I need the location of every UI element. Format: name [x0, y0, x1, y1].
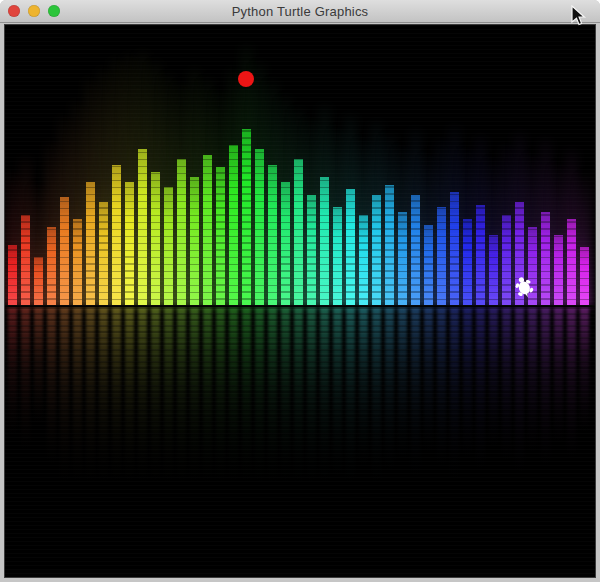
spectrum-bar	[138, 149, 147, 307]
red-dot	[238, 71, 254, 87]
bar-reflection	[294, 307, 303, 492]
bar-reflection	[242, 307, 251, 492]
bar-reflection	[60, 307, 69, 492]
bar-reflection	[216, 307, 225, 492]
bar-reflection	[73, 307, 82, 492]
spectrum-bar	[294, 159, 303, 307]
bar-reflection	[489, 307, 498, 455]
baseline-divider	[5, 305, 595, 307]
spectrum-bar	[489, 235, 498, 307]
bar-reflection	[86, 307, 95, 492]
traffic-lights	[8, 0, 60, 22]
spectrum-bar	[541, 212, 550, 307]
spectrum-bar	[177, 159, 186, 307]
spectrum-bar	[34, 257, 43, 307]
spectrum-bar	[164, 187, 173, 307]
python-turtle-graphics-window: Python Turtle Graphics	[0, 0, 600, 582]
bar-reflection	[528, 307, 537, 459]
bar-reflection	[372, 307, 381, 492]
bar-reflection	[307, 307, 316, 492]
spectrum-bar	[567, 219, 576, 307]
bar-reflection	[346, 307, 355, 492]
spectrum-bar	[151, 172, 160, 307]
bar-reflection	[515, 307, 524, 482]
minimize-button[interactable]	[28, 5, 40, 17]
titlebar: Python Turtle Graphics	[0, 0, 600, 23]
bar-reflection	[567, 307, 576, 465]
spectrum-bar	[307, 195, 316, 307]
spectrum-bar	[47, 227, 56, 307]
bar-reflection	[229, 307, 238, 492]
bar-reflection	[333, 307, 342, 485]
bar-reflection	[164, 307, 173, 492]
canvas-frame	[0, 23, 600, 582]
bar-reflection	[359, 307, 368, 475]
bar-reflection	[580, 307, 589, 439]
spectrum-bar	[73, 219, 82, 307]
bar-reflection	[34, 307, 43, 429]
bar-reflection	[554, 307, 563, 449]
spectrum-bar	[398, 212, 407, 307]
bar-reflection	[476, 307, 485, 479]
spectrum-bar	[216, 167, 225, 307]
bar-reflection	[424, 307, 433, 459]
spectrum-bar	[385, 185, 394, 307]
bar-reflection	[398, 307, 407, 467]
window-title: Python Turtle Graphics	[0, 4, 600, 19]
spectrum-bar	[242, 129, 251, 307]
spectrum-bar	[372, 195, 381, 307]
spectrum-bar	[411, 195, 420, 307]
bar-reflection	[385, 307, 394, 479]
spectrum-bar	[476, 205, 485, 307]
spectrum-bar	[450, 192, 459, 307]
spectrum-bar	[21, 215, 30, 307]
bar-reflection	[411, 307, 420, 485]
spectrum-bar	[281, 182, 290, 307]
spectrum-bar	[229, 145, 238, 307]
bar-reflection	[21, 307, 30, 457]
bar-reflection	[281, 307, 290, 492]
bar-reflection	[541, 307, 550, 475]
spectrum-bar	[86, 182, 95, 307]
spectrum-bar	[320, 177, 329, 307]
spectrum-bar	[190, 177, 199, 307]
spectrum-bar	[502, 215, 511, 307]
spectrum-bar	[554, 235, 563, 307]
bar-reflection	[190, 307, 199, 492]
turtle-cursor	[511, 274, 537, 300]
spectrum-bar	[125, 182, 134, 307]
bar-reflection	[8, 307, 17, 442]
turtle-canvas[interactable]	[4, 24, 596, 578]
bar-reflection	[463, 307, 472, 465]
spectrum-bar	[359, 215, 368, 307]
spectrum-bar	[424, 225, 433, 307]
spectrum-bar	[112, 165, 121, 307]
bar-reflection	[151, 307, 160, 492]
bar-reflection	[320, 307, 329, 492]
spectrum-bar	[437, 207, 446, 307]
spectrum-bar	[60, 197, 69, 307]
bar-reflection	[203, 307, 212, 492]
bar-reflection	[255, 307, 264, 492]
zoom-button[interactable]	[48, 5, 60, 17]
bar-reflection	[47, 307, 56, 472]
spectrum-bar	[268, 165, 277, 307]
bar-reflection	[268, 307, 277, 492]
bar-reflection	[112, 307, 121, 492]
spectrum-bar	[99, 202, 108, 307]
spectrum-bar	[333, 207, 342, 307]
spectrum-bar	[255, 149, 264, 307]
spectrum-bar	[346, 189, 355, 307]
spectrum-bar	[203, 155, 212, 307]
close-button[interactable]	[8, 5, 20, 17]
bar-reflection	[125, 307, 134, 492]
bar-reflection	[437, 307, 446, 475]
bar-reflection	[99, 307, 108, 492]
bar-reflection	[138, 307, 147, 492]
spectrum-bar	[8, 245, 17, 307]
bar-reflection	[450, 307, 459, 489]
spectrum-bar	[580, 247, 589, 307]
bar-reflection	[177, 307, 186, 492]
mouse-cursor-arrow	[571, 5, 587, 27]
bar-reflection	[502, 307, 511, 469]
